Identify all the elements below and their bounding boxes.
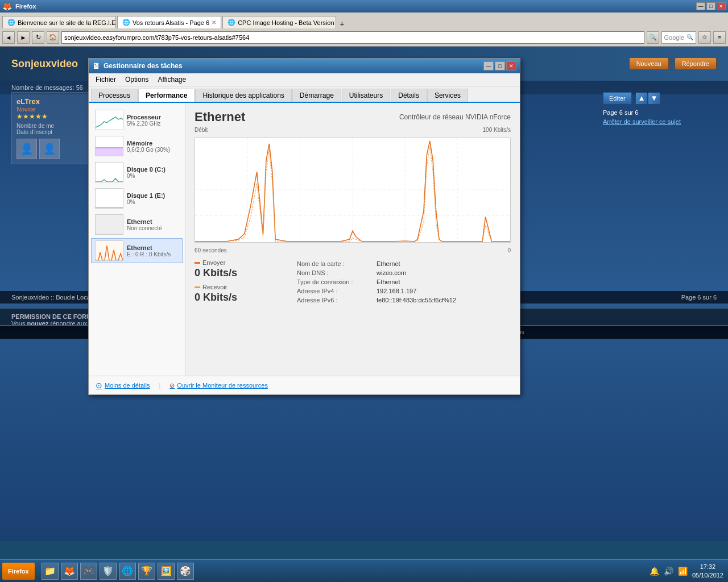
ethernet-chart: [195, 138, 511, 243]
ethernet-header: Ethernet Contrôleur de réseau NVIDIA nFo…: [195, 110, 511, 124]
svg-rect-0: [96, 148, 123, 156]
menu-options[interactable]: Options: [121, 74, 153, 85]
sidebar-item-memory[interactable]: Mémoire 0,6/2,0 Go (30%): [91, 134, 183, 159]
disk0-info: Disque 0 (C:) 0%: [127, 166, 166, 179]
tab-processus[interactable]: Processus: [91, 89, 138, 102]
stats-section: Envoyer 0 Kbits/s Recevoir 0 Kbits/s: [195, 259, 511, 308]
less-details-link[interactable]: ⊙ Moins de détails: [96, 381, 150, 390]
search-field[interactable]: Google 🔍: [661, 31, 696, 44]
browser-tab-1[interactable]: 🌐 Bienvenue sur le site de la REG.I.E.S.…: [2, 16, 116, 28]
minimize-button[interactable]: —: [696, 2, 705, 10]
disk0-name: Disque 0 (C:): [127, 166, 166, 173]
tm-bottom-bar: ⊙ Moins de détails | ⊘ Ouvrir le Moniteu…: [89, 376, 520, 394]
sidebar-item-eth-active[interactable]: Ethernet E : 0 R : 0 Kbits/s: [91, 238, 183, 263]
username: eLTrex: [16, 97, 86, 106]
sidebar-item-disk0[interactable]: Disque 0 (C:) 0%: [91, 160, 183, 185]
chart-svg: [195, 138, 510, 242]
sidebar-item-disk1[interactable]: Disque 1 (E:) 0%: [91, 186, 183, 211]
arrow-up-btn[interactable]: ▲: [636, 93, 647, 104]
page-label-bottom: Page 6 sur 6: [681, 294, 717, 301]
monitor-icon: ⊘: [169, 382, 175, 389]
send-value: 0 Kbits/s: [195, 267, 286, 279]
taskbar-app-security[interactable]: 🛡️: [100, 563, 117, 580]
tm-icon: 🖥: [92, 61, 100, 70]
new-tab-button[interactable]: +: [337, 19, 346, 28]
tab-demarrage[interactable]: Démarrage: [292, 89, 341, 102]
browser-chrome: 🦊 Firefox — □ ✕ 🌐 Bienvenue sur le site …: [0, 0, 728, 47]
menu-affichage[interactable]: Affichage: [153, 74, 191, 85]
page-indicator-right: Page 6 sur 6: [603, 109, 722, 116]
eth-active-value: E : 0 R : 0 Kbits/s: [127, 251, 171, 257]
taskbar-app-firefox[interactable]: 🦊: [61, 563, 78, 580]
arrow-down-btn[interactable]: ▼: [648, 93, 660, 104]
edit-button[interactable]: Éditer: [603, 92, 632, 105]
open-monitor-link[interactable]: ⊘ Ouvrir le Moniteur de ressources: [169, 382, 268, 389]
tm-title-text: Gestionnaire des tâches: [104, 62, 183, 70]
info-row-dns: Nom DNS : wizeo.com: [297, 268, 511, 277]
separator: |: [159, 382, 161, 389]
info-row-connection: Type de connexion : Ethernet: [297, 277, 511, 286]
receive-label: Recevoir: [195, 284, 286, 290]
menu-fichier[interactable]: Fichier: [91, 74, 121, 85]
ipv6-label: Adresse IPv6 :: [297, 297, 377, 304]
repondre-button[interactable]: Répondre: [675, 57, 717, 70]
taskbar-app-chrome[interactable]: 🌐: [119, 563, 136, 580]
address-bar[interactable]: [61, 31, 644, 44]
bookmark-button[interactable]: ☆: [698, 31, 711, 44]
forward-button[interactable]: ►: [17, 31, 30, 44]
mem-value: 0,6/2,0 Go (30%): [127, 147, 170, 153]
sidebar-item-eth-disconnected[interactable]: Ethernet Non connecté: [91, 212, 183, 237]
ethernet-controller: Contrôleur de réseau NVIDIA nForce: [399, 113, 511, 121]
tab-utilisateurs[interactable]: Utilisateurs: [342, 89, 390, 102]
start-button[interactable]: Firefox: [2, 563, 35, 580]
tab-services[interactable]: Services: [427, 89, 468, 102]
tm-minimize-btn[interactable]: —: [483, 61, 494, 70]
maximize-button[interactable]: □: [706, 2, 715, 10]
tab-historique[interactable]: Historique des applications: [195, 89, 291, 102]
reload-button[interactable]: ↻: [32, 31, 44, 44]
forum-right-panel: Éditer ▲ ▼ Page 6 sur 6 Arrêter de surve…: [603, 92, 722, 125]
debit-label: Débit: [195, 127, 208, 133]
browser-tab-2[interactable]: 🌐 Vos retours Alsatis - Page 6 ✕: [117, 16, 221, 28]
tm-maximize-btn[interactable]: □: [495, 61, 505, 70]
tab-details[interactable]: Détails: [391, 89, 427, 102]
disk1-name: Disque 1 (E:): [127, 192, 165, 199]
taskbar-app-folder[interactable]: 📁: [42, 563, 59, 580]
disk1-mini-chart: [95, 188, 123, 209]
ipv4-value: 192.168.1.197: [377, 288, 416, 294]
tm-window-controls: — □ ✕: [483, 61, 516, 70]
max-speed-label: 100 Kbits/s: [483, 127, 511, 133]
mem-mini-chart: [95, 136, 123, 156]
chart-axis-labels: Débit 100 Kbits/s: [195, 127, 511, 133]
home-button[interactable]: 🏠: [47, 31, 59, 44]
info-row-ipv4: Adresse IPv4 : 192.168.1.197: [297, 286, 511, 296]
sidebar-item-cpu[interactable]: Processeur 5% 2,20 GHz: [91, 107, 183, 132]
nav-bar: ◄ ► ↻ 🏠 🔍 Google 🔍 ☆ ≡: [0, 28, 728, 47]
disk1-value: 0%: [127, 199, 165, 205]
nav-arrows-right: ▲ ▼: [636, 93, 660, 104]
tab-performance[interactable]: Performance: [138, 89, 195, 102]
tab-close-2[interactable]: ✕: [212, 19, 216, 26]
taskbar-app-game[interactable]: 🎲: [177, 563, 194, 580]
search-button[interactable]: 🔍: [647, 31, 659, 44]
browser-window: 🦊 Firefox — □ ✕ 🌐 Bienvenue sur le site …: [0, 0, 728, 582]
mem-info: Mémoire 0,6/2,0 Go (30%): [127, 140, 170, 153]
watch-link[interactable]: Arrêter de surveiller ce sujet: [603, 118, 722, 125]
avatar-btn-1[interactable]: 👤: [16, 139, 37, 159]
browser-tab-3[interactable]: 🌐 CPC Image Hosting - Beta Version ✕: [222, 16, 336, 28]
stats-left: Envoyer 0 Kbits/s Recevoir 0 Kbits/s: [195, 259, 286, 308]
avatar-btn-2[interactable]: 👤: [39, 139, 60, 159]
tm-close-btn[interactable]: ✕: [506, 61, 516, 70]
nouveau-button[interactable]: Nouveau: [629, 57, 669, 70]
back-button[interactable]: ◄: [2, 31, 15, 44]
taskbar-app-league[interactable]: 🏆: [138, 563, 155, 580]
taskbar-app-image[interactable]: 🖼️: [158, 563, 175, 580]
taskbar-time-text: 17:32: [692, 563, 723, 571]
tm-title: 🖥 Gestionnaire des tâches: [92, 61, 183, 70]
settings-button[interactable]: ≡: [713, 31, 726, 44]
info-table: Nom de la carte : Ethernet Nom DNS : wiz…: [297, 259, 511, 305]
send-label: Envoyer: [195, 259, 286, 266]
forum-nav: Nouveau Répondre: [629, 57, 717, 70]
close-button[interactable]: ✕: [717, 2, 726, 10]
taskbar-app-steam[interactable]: 🎮: [80, 563, 97, 580]
